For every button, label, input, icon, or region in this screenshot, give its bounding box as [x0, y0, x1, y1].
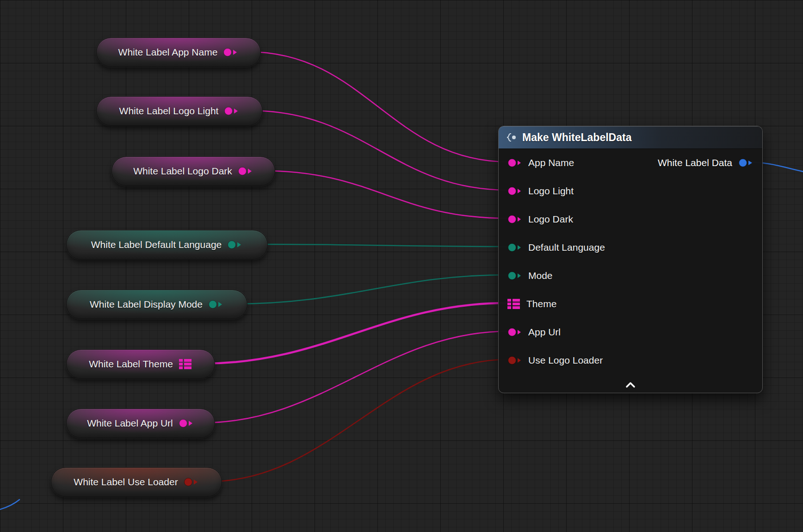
pin-label: White Label Data: [658, 157, 732, 168]
input-pin-icon[interactable]: [507, 158, 523, 168]
variable-label: White Label Logo Dark: [133, 166, 232, 177]
pin-label: Logo Dark: [528, 214, 573, 225]
wire-default-language[interactable]: [254, 244, 509, 247]
output-pin-icon[interactable]: [184, 477, 199, 487]
variable-label: White Label Theme: [89, 359, 173, 370]
input-pin-icon[interactable]: [507, 242, 523, 253]
wire-theme[interactable]: [202, 303, 507, 364]
input-pin-icon[interactable]: [507, 355, 523, 365]
pin-label: Use Logo Loader: [528, 355, 603, 366]
make-whitelabeldata-node[interactable]: Make WhiteLabelData App Name Logo Light …: [498, 126, 763, 393]
variable-label: White Label Logo Light: [119, 105, 219, 117]
node-header[interactable]: Make WhiteLabelData: [499, 126, 762, 149]
pin-row-white-label-data: White Label Data: [658, 148, 753, 177]
pin-row-default-language: Default Language: [499, 233, 762, 261]
pin-row-logo-dark: Logo Dark: [499, 205, 762, 233]
struct-pin-icon[interactable]: [507, 298, 521, 310]
output-pin-icon[interactable]: [208, 299, 224, 309]
output-pin-icon[interactable]: [224, 106, 240, 116]
variable-node-white-label-display-mode[interactable]: White Label Display Mode: [66, 290, 247, 319]
struct-pin-icon[interactable]: [179, 358, 192, 370]
wire-use-loader[interactable]: [208, 359, 509, 482]
variable-node-white-label-theme[interactable]: White Label Theme: [66, 349, 215, 379]
output-pin-icon[interactable]: [179, 418, 194, 428]
input-pin-icon[interactable]: [507, 214, 523, 224]
pin-row-logo-light: Logo Light: [499, 177, 762, 205]
pin-label: App Url: [528, 327, 561, 338]
pin-label: App Name: [528, 157, 574, 168]
variable-label: White Label Display Mode: [90, 299, 203, 310]
wire-logo-light[interactable]: [250, 111, 509, 190]
wire-offscreen-bottom-left[interactable]: [0, 500, 19, 510]
input-pin-icon[interactable]: [507, 271, 523, 281]
wire-app-name[interactable]: [248, 52, 509, 162]
wire-display-mode[interactable]: [234, 275, 509, 304]
variable-node-white-label-app-url[interactable]: White Label App Url: [66, 408, 215, 438]
variable-node-white-label-app-name[interactable]: White Label App Name: [96, 37, 261, 67]
pin-label: Default Language: [528, 242, 605, 253]
variable-node-white-label-use-loader[interactable]: White Label Use Loader: [51, 467, 222, 497]
chevron-up-icon: [624, 381, 637, 389]
pin-row-mode: Mode: [499, 261, 762, 290]
variable-label: White Label App Name: [118, 47, 218, 58]
pin-row-use-logo-loader: Use Logo Loader: [499, 346, 762, 374]
collapse-pins-button[interactable]: [620, 379, 641, 390]
variable-node-white-label-logo-light[interactable]: White Label Logo Light: [96, 96, 263, 126]
output-pin-icon[interactable]: [737, 158, 753, 168]
variable-label: White Label Default Language: [91, 239, 222, 250]
variable-label: White Label App Url: [87, 418, 173, 429]
pin-row-app-url: App Url: [499, 318, 762, 346]
variable-label: White Label Use Loader: [74, 476, 178, 488]
pin-row-theme: Theme: [499, 290, 762, 318]
variable-node-white-label-default-language[interactable]: White Label Default Language: [66, 230, 268, 260]
wire-app-url[interactable]: [202, 331, 509, 423]
pin-label: Theme: [526, 298, 556, 309]
variable-node-white-label-logo-dark[interactable]: White Label Logo Dark: [111, 156, 275, 186]
input-pin-icon[interactable]: [507, 186, 523, 196]
node-title: Make WhiteLabelData: [522, 131, 631, 144]
make-struct-icon: [505, 132, 517, 143]
input-pin-rows: App Name Logo Light Logo Dark Default La…: [499, 148, 762, 374]
output-pin-icon[interactable]: [227, 240, 243, 250]
wire-logo-dark[interactable]: [261, 171, 509, 218]
input-pin-icon[interactable]: [507, 327, 523, 337]
pin-label: Mode: [528, 270, 553, 281]
output-pin-icon[interactable]: [223, 47, 239, 57]
pin-label: Logo Light: [528, 186, 574, 197]
output-pin-icon[interactable]: [238, 166, 253, 176]
